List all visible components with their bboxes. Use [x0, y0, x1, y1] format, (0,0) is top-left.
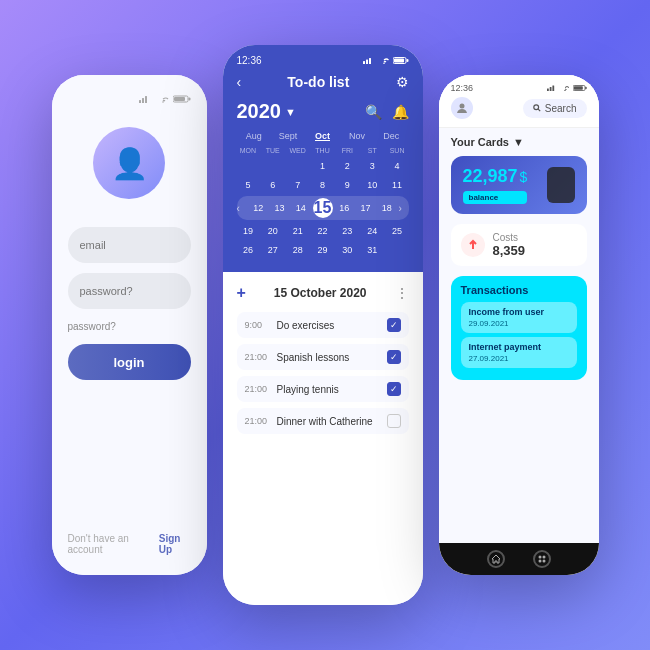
- profile-avatar[interactable]: [451, 97, 473, 119]
- finance-header: 12:36: [439, 75, 599, 128]
- back-arrow[interactable]: ‹: [237, 74, 242, 90]
- search-button[interactable]: Search: [523, 99, 587, 118]
- cal-cell-18[interactable]: 18: [377, 200, 396, 216]
- svg-rect-15: [549, 87, 551, 91]
- cal-cell-2[interactable]: 2: [336, 158, 359, 174]
- day-tue: TUE: [261, 147, 284, 154]
- todo-item-4[interactable]: 21:00 Dinner with Catherine: [237, 408, 409, 434]
- svg-rect-6: [174, 97, 185, 101]
- todo-item-1[interactable]: 9:00 Do exercises ✓: [237, 312, 409, 338]
- cal-cell-9[interactable]: 9: [336, 177, 359, 193]
- user-icon-r: [456, 102, 468, 114]
- todo-section: + 15 October 2020 ⋮ 9:00 Do exercises ✓ …: [223, 272, 423, 605]
- cal-cell-12[interactable]: 12: [249, 200, 268, 216]
- cal-cell-30[interactable]: 30: [336, 242, 359, 258]
- cal-cell-empty-end: [386, 242, 409, 258]
- your-cards-selector[interactable]: Your Cards ▼: [451, 136, 587, 148]
- svg-point-27: [542, 556, 545, 559]
- svg-rect-12: [406, 59, 408, 62]
- transaction-item-1[interactable]: Income from user 29.09.2021: [461, 302, 577, 333]
- cal-cell-26[interactable]: 26: [237, 242, 260, 258]
- cal-cell-8[interactable]: 8: [311, 177, 334, 193]
- month-sept[interactable]: Sept: [271, 131, 305, 141]
- todo-checkbox-1[interactable]: ✓: [387, 318, 401, 332]
- signup-link[interactable]: Sign Up: [159, 533, 191, 555]
- svg-line-23: [538, 109, 540, 111]
- year-dropdown-icon: ▼: [285, 106, 296, 118]
- signal-icon: [139, 95, 153, 103]
- svg-rect-0: [139, 100, 141, 103]
- transactions-title: Transactions: [461, 284, 577, 296]
- todo-checkbox-2[interactable]: ✓: [387, 350, 401, 364]
- password-field[interactable]: [68, 273, 191, 309]
- svg-rect-7: [363, 61, 365, 64]
- svg-point-26: [538, 556, 541, 559]
- week-5: 26 27 28 29 30 31: [237, 242, 409, 258]
- todo-checkbox-3[interactable]: ✓: [387, 382, 401, 396]
- todo-item-2[interactable]: 21:00 Spanish lessons ✓: [237, 344, 409, 370]
- search-label: Search: [545, 103, 577, 114]
- cal-cell-15-selected[interactable]: 15: [313, 196, 333, 220]
- cal-cell-4[interactable]: 4: [386, 158, 409, 174]
- balance-currency: $: [520, 169, 528, 185]
- battery-icon-c: [393, 57, 409, 64]
- transaction-item-2[interactable]: Internet payment 27.09.2021: [461, 337, 577, 368]
- cal-cell-13[interactable]: 13: [270, 200, 289, 216]
- day-thu: THU: [311, 147, 334, 154]
- battery-icon: [173, 95, 191, 103]
- cal-cell-empty2: [261, 158, 284, 174]
- settings-icon[interactable]: ⚙: [396, 74, 409, 90]
- cal-cell-27[interactable]: 27: [261, 242, 284, 258]
- cal-cell-3[interactable]: 3: [361, 158, 384, 174]
- balance-badge: balance: [463, 191, 528, 204]
- todo-menu-button[interactable]: ⋮: [395, 285, 409, 301]
- cal-cell-23[interactable]: 23: [336, 223, 359, 239]
- cal-cell-11[interactable]: 11: [386, 177, 409, 193]
- cost-arrow-icon: [461, 233, 485, 257]
- year-selector[interactable]: 2020 ▼: [237, 100, 296, 123]
- cal-cell-22[interactable]: 22: [311, 223, 334, 239]
- home-nav-button[interactable]: [487, 550, 505, 568]
- month-nov[interactable]: Nov: [340, 131, 374, 141]
- battery-icon-r: [573, 85, 587, 91]
- cal-cell-19[interactable]: 19: [237, 223, 260, 239]
- month-oct[interactable]: Oct: [305, 131, 339, 141]
- cal-cell-25[interactable]: 25: [386, 223, 409, 239]
- cal-cell-16[interactable]: 16: [335, 200, 354, 216]
- transaction-name-2: Internet payment: [469, 342, 569, 352]
- cal-cell-20[interactable]: 20: [261, 223, 284, 239]
- menu-nav-button[interactable]: [533, 550, 551, 568]
- no-account-text: Don't have an account: [68, 533, 151, 555]
- cal-cell-17[interactable]: 17: [356, 200, 375, 216]
- forgot-password-link[interactable]: password?: [68, 321, 116, 332]
- add-todo-button[interactable]: +: [237, 284, 246, 302]
- month-aug[interactable]: Aug: [237, 131, 271, 141]
- finance-phone: 12:36: [439, 75, 599, 575]
- cal-cell-31[interactable]: 31: [361, 242, 384, 258]
- prev-week-arrow[interactable]: ‹: [237, 203, 247, 214]
- cal-cell-14[interactable]: 14: [291, 200, 310, 216]
- email-field[interactable]: [68, 227, 191, 263]
- week-3-highlighted: ‹ 12 13 14 15 16 17 18 ›: [237, 196, 409, 220]
- search-icon[interactable]: 🔍: [365, 104, 382, 120]
- cal-cell-6[interactable]: 6: [261, 177, 284, 193]
- cal-cell-7[interactable]: 7: [286, 177, 309, 193]
- day-sun: SUN: [386, 147, 409, 154]
- notification-icon[interactable]: 🔔: [392, 104, 409, 120]
- cal-cell-5[interactable]: 5: [237, 177, 260, 193]
- todo-checkbox-4[interactable]: [387, 414, 401, 428]
- cal-cell-28[interactable]: 28: [286, 242, 309, 258]
- cal-cell-1[interactable]: 1: [311, 158, 334, 174]
- login-button[interactable]: login: [68, 344, 191, 380]
- todo-item-3[interactable]: 21:00 Playing tennis ✓: [237, 376, 409, 402]
- costs-row: Costs 8,359: [451, 224, 587, 266]
- time-display: 12:36: [237, 55, 262, 66]
- cal-cell-21[interactable]: 21: [286, 223, 309, 239]
- transaction-date-1: 29.09.2021: [469, 319, 569, 328]
- cal-cell-24[interactable]: 24: [361, 223, 384, 239]
- cal-cell-29[interactable]: 29: [311, 242, 334, 258]
- next-week-arrow[interactable]: ›: [399, 203, 409, 214]
- cal-cell-10[interactable]: 10: [361, 177, 384, 193]
- home-icon: [491, 554, 501, 564]
- month-dec[interactable]: Dec: [374, 131, 408, 141]
